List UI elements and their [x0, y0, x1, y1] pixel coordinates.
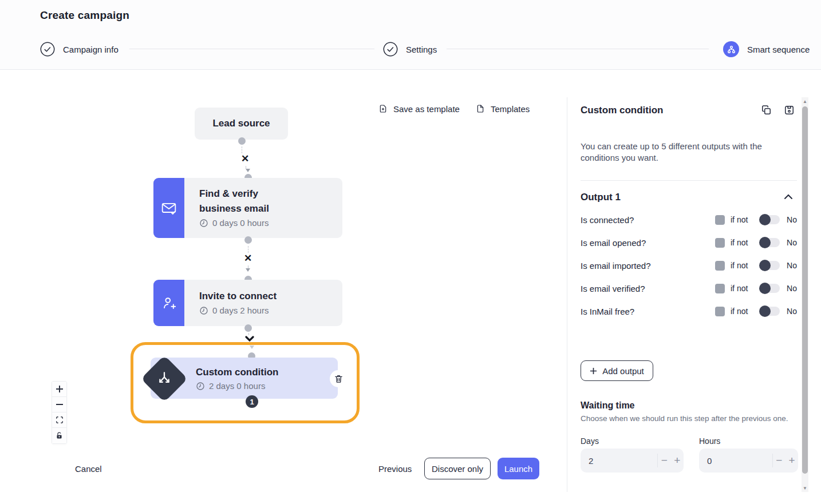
- file-icon: [476, 104, 485, 114]
- clock-icon: [199, 219, 208, 228]
- stepper-settings[interactable]: Settings: [383, 41, 437, 57]
- check-circle-icon: [383, 42, 398, 57]
- panel-divider: [567, 97, 567, 492]
- toggle-knob: [759, 237, 771, 248]
- if-not-label: if not: [731, 307, 760, 316]
- hours-decrement-button[interactable]: −: [773, 454, 786, 467]
- clock-icon: [199, 306, 208, 315]
- panel-scrollbar[interactable]: ▲ ▼: [802, 97, 808, 492]
- condition-toggle[interactable]: [760, 284, 780, 293]
- delete-edge-button[interactable]: ✕: [241, 155, 249, 163]
- step-label: Campaign info: [63, 45, 119, 54]
- output-count-badge: 1: [246, 395, 258, 408]
- condition-label: Is connected?: [581, 215, 715, 225]
- scrollbar-thumb[interactable]: [802, 106, 808, 474]
- if-not-checkbox[interactable]: [715, 238, 725, 248]
- create-campaign-page: Create campaign Campaign info Settings S…: [0, 0, 821, 504]
- condition-toggle[interactable]: [760, 238, 780, 247]
- condition-label: Is email imported?: [581, 261, 715, 271]
- node-lead-source[interactable]: Lead source: [195, 108, 288, 140]
- if-not-label: if not: [731, 215, 760, 224]
- if-not-checkbox[interactable]: [715, 215, 725, 225]
- launch-button[interactable]: Launch: [498, 458, 539, 479]
- days-increment-button[interactable]: +: [671, 454, 684, 467]
- stepper-smart-sequence[interactable]: Smart sequence: [723, 41, 810, 57]
- collapse-output-icon[interactable]: [784, 193, 793, 200]
- node-delay: 2 days 0 hours: [196, 381, 265, 391]
- hours-increment-button[interactable]: +: [786, 454, 798, 467]
- discover-only-button[interactable]: Discover only: [424, 458, 491, 479]
- sequence-tree-icon: [723, 41, 739, 57]
- edge-line: [248, 333, 249, 335]
- duplicate-step-icon[interactable]: [761, 105, 772, 116]
- canvas-controls: [52, 381, 67, 444]
- clock-icon: [196, 382, 205, 391]
- condition-value: No: [784, 307, 797, 316]
- panel-title: Custom condition: [581, 105, 663, 116]
- node-title: Invite to connect: [199, 289, 277, 304]
- edge-handle[interactable]: [244, 236, 252, 244]
- lock-button[interactable]: [52, 428, 66, 443]
- condition-value: No: [784, 261, 797, 270]
- toggle-knob: [759, 214, 771, 225]
- output-section-title: Output 1: [581, 192, 621, 203]
- save-step-icon[interactable]: [784, 105, 795, 116]
- save-as-template-button[interactable]: Save as template: [378, 104, 460, 114]
- node-delay: 0 days 2 hours: [199, 305, 269, 315]
- condition-toggle[interactable]: [760, 261, 780, 270]
- fit-view-button[interactable]: [52, 412, 66, 428]
- node-find-verify-email[interactable]: Find & verify business email 0 days 0 ho…: [153, 178, 342, 238]
- node-title: Custom condition: [196, 365, 278, 380]
- scroll-up-icon[interactable]: ▲: [802, 97, 808, 105]
- node-title: Lead source: [212, 116, 270, 131]
- templates-label: Templates: [491, 104, 530, 114]
- zoom-in-button[interactable]: [52, 382, 66, 397]
- edge-chevron-icon[interactable]: [245, 336, 254, 342]
- edge-handle[interactable]: [244, 324, 252, 332]
- divider: [581, 180, 797, 181]
- waiting-time-description: Choose when we should run this step afte…: [581, 414, 792, 423]
- page-title: Create campaign: [40, 9, 129, 22]
- edge-arrow-icon: [246, 169, 250, 172]
- condition-toggle[interactable]: [760, 307, 780, 316]
- zoom-out-button[interactable]: [52, 397, 66, 412]
- hours-input[interactable]: [699, 456, 772, 466]
- node-invite-to-connect[interactable]: Invite to connect 0 days 2 hours: [153, 280, 342, 326]
- templates-button[interactable]: Templates: [476, 104, 530, 114]
- delete-node-button[interactable]: [330, 370, 347, 387]
- edge-handle[interactable]: [238, 137, 246, 145]
- scroll-down-icon[interactable]: ▼: [802, 484, 808, 492]
- if-not-label: if not: [731, 238, 760, 247]
- condition-row: Is InMail free? if not No: [581, 304, 797, 318]
- node-title: Find & verify business email: [199, 186, 297, 216]
- days-stepper: − +: [581, 449, 684, 473]
- add-output-button[interactable]: Add output: [581, 360, 653, 381]
- node-delay: 0 days 0 hours: [199, 218, 269, 228]
- condition-value: No: [784, 215, 797, 224]
- hours-stepper: − +: [699, 449, 798, 473]
- condition-toggle[interactable]: [760, 215, 780, 224]
- days-input[interactable]: [581, 456, 657, 466]
- cancel-button[interactable]: Cancel: [75, 464, 102, 474]
- plus-icon: [590, 367, 597, 375]
- step-label: Settings: [406, 45, 437, 54]
- days-label: Days: [581, 436, 599, 446]
- condition-label: Is InMail free?: [581, 307, 715, 316]
- if-not-checkbox[interactable]: [715, 284, 725, 293]
- save-as-template-label: Save as template: [393, 104, 460, 114]
- minus-icon: [56, 400, 64, 408]
- if-not-checkbox[interactable]: [715, 261, 725, 271]
- condition-row: Is email opened? if not No: [581, 236, 797, 249]
- previous-button[interactable]: Previous: [378, 464, 412, 474]
- condition-value: No: [784, 284, 797, 293]
- stepper-connector: [447, 49, 709, 49]
- edge-line: [248, 246, 248, 253]
- waiting-time-title: Waiting time: [581, 400, 635, 411]
- delete-edge-button[interactable]: ✕: [244, 255, 252, 263]
- edge-arrow-icon: [246, 268, 250, 272]
- stepper-campaign-info[interactable]: Campaign info: [40, 41, 119, 57]
- hours-label: Hours: [699, 436, 720, 446]
- days-decrement-button[interactable]: −: [658, 454, 670, 467]
- lock-icon: [56, 432, 63, 439]
- if-not-checkbox[interactable]: [715, 307, 725, 316]
